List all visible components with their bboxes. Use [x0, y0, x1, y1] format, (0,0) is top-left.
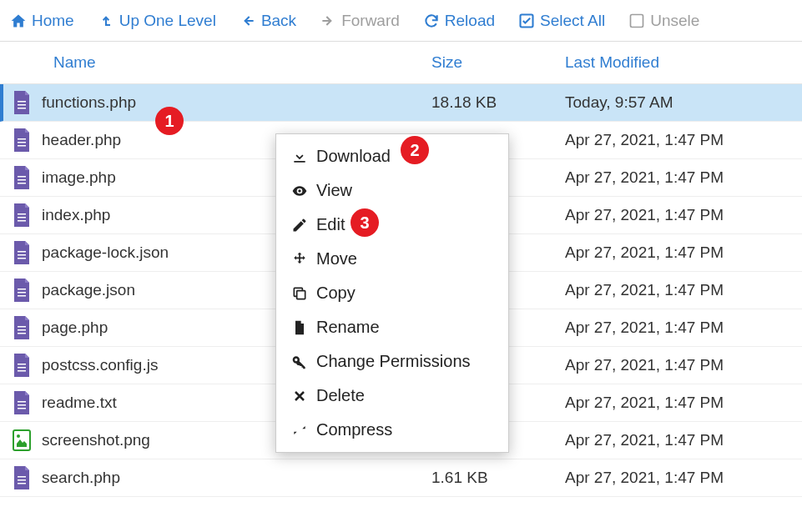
document-icon [12, 91, 32, 114]
document-icon [12, 316, 32, 339]
home-icon [10, 13, 27, 29]
image-icon [12, 429, 32, 452]
column-modified[interactable]: Last Modified [565, 53, 790, 72]
file-icon-cell [12, 203, 42, 227]
context-delete-label: Delete [316, 386, 365, 405]
svg-rect-4 [297, 290, 305, 299]
annotation-badge-3: 3 [351, 208, 379, 237]
file-row[interactable]: search.php1.61 KBApr 27, 2021, 1:47 PM [0, 459, 802, 497]
file-size: 1.61 KB [431, 469, 565, 487]
toolbar: Home Up One Level Back Forward Reload Se… [0, 0, 802, 42]
column-headers: Name Size Last Modified [0, 42, 802, 84]
select-all-icon [518, 13, 535, 29]
document-icon [12, 391, 32, 414]
back-arrow-icon [240, 13, 256, 29]
file-size: 18.18 KB [431, 93, 565, 112]
copy-icon [291, 285, 308, 302]
back-label: Back [261, 12, 296, 30]
compress-icon [291, 422, 308, 439]
context-rename[interactable]: Rename [276, 310, 508, 344]
context-menu: Download View Edit Move Copy Rename Chan… [275, 133, 509, 453]
file-icon-cell [12, 91, 42, 114]
file-icon-cell [12, 391, 42, 414]
unselect-button[interactable]: Unsele [628, 12, 699, 30]
context-view-label: View [316, 181, 352, 200]
svg-point-3 [17, 434, 20, 438]
file-modified: Apr 27, 2021, 1:47 PM [565, 319, 790, 337]
home-label: Home [32, 12, 74, 30]
select-all-label: Select All [540, 12, 605, 30]
context-compress[interactable]: Compress [276, 413, 508, 447]
file-modified: Apr 27, 2021, 1:47 PM [565, 281, 790, 299]
up-label: Up One Level [119, 12, 216, 30]
file-modified: Apr 27, 2021, 1:47 PM [565, 206, 790, 224]
context-copy[interactable]: Copy [276, 276, 508, 310]
select-all-button[interactable]: Select All [518, 12, 605, 30]
context-download[interactable]: Download [276, 139, 508, 173]
file-modified: Apr 27, 2021, 1:47 PM [565, 431, 790, 449]
file-modified: Today, 9:57 AM [565, 93, 790, 112]
document-icon [12, 354, 32, 377]
context-view[interactable]: View [276, 173, 508, 208]
back-button[interactable]: Back [240, 12, 296, 30]
reload-label: Reload [445, 12, 495, 30]
context-edit[interactable]: Edit [276, 208, 508, 242]
context-move[interactable]: Move [276, 242, 508, 276]
x-icon [291, 388, 308, 404]
file-row[interactable]: functions.php18.18 KBToday, 9:57 AM [0, 84, 802, 122]
forward-arrow-icon [320, 13, 336, 29]
annotation-badge-2: 2 [401, 136, 429, 164]
column-name[interactable]: Name [53, 53, 431, 72]
context-delete[interactable]: Delete [276, 379, 508, 413]
forward-button: Forward [320, 12, 400, 30]
move-icon [291, 251, 308, 268]
file-modified: Apr 27, 2021, 1:47 PM [565, 131, 790, 149]
reload-icon [423, 13, 440, 29]
context-rename-label: Rename [316, 318, 380, 337]
eye-icon [291, 183, 308, 199]
file-name: functions.php [42, 93, 431, 112]
document-icon [12, 279, 32, 302]
key-icon [291, 354, 308, 370]
up-one-level-button[interactable]: Up One Level [98, 12, 216, 30]
file-modified: Apr 27, 2021, 1:47 PM [565, 394, 790, 412]
file-modified: Apr 27, 2021, 1:47 PM [565, 356, 790, 374]
file-icon-cell [12, 241, 42, 264]
context-move-label: Move [316, 249, 357, 269]
unselect-icon [628, 13, 645, 29]
reload-button[interactable]: Reload [423, 12, 495, 30]
file-name: search.php [42, 469, 431, 487]
document-icon [12, 466, 32, 489]
file-icon-cell [12, 466, 42, 489]
file-icon-cell [12, 128, 42, 152]
file-icon-cell [12, 429, 42, 452]
file-icon-cell [12, 316, 42, 339]
download-icon [291, 148, 308, 165]
svg-rect-1 [631, 14, 643, 27]
column-size[interactable]: Size [431, 53, 565, 72]
context-copy-label: Copy [316, 284, 356, 303]
svg-rect-2 [13, 430, 30, 450]
up-arrow-icon [98, 13, 114, 29]
file-modified: Apr 27, 2021, 1:47 PM [565, 243, 790, 262]
forward-label: Forward [341, 12, 400, 30]
document-icon [12, 203, 32, 227]
unselect-label: Unsele [650, 12, 699, 30]
file-icon-cell [12, 279, 42, 302]
file-modified: Apr 27, 2021, 1:47 PM [565, 168, 790, 187]
document-icon [12, 128, 32, 152]
file-modified: Apr 27, 2021, 1:47 PM [565, 469, 790, 487]
context-permissions[interactable]: Change Permissions [276, 344, 508, 379]
context-permissions-label: Change Permissions [316, 352, 471, 371]
file-icon [291, 319, 308, 336]
document-icon [12, 166, 32, 189]
file-icon-cell [12, 354, 42, 377]
file-icon-cell [12, 166, 42, 189]
context-compress-label: Compress [316, 420, 392, 439]
pencil-icon [291, 217, 308, 233]
annotation-badge-1: 1 [155, 107, 184, 135]
document-icon [12, 241, 32, 264]
home-button[interactable]: Home [10, 12, 74, 30]
context-download-label: Download [316, 147, 391, 166]
context-edit-label: Edit [316, 215, 345, 234]
